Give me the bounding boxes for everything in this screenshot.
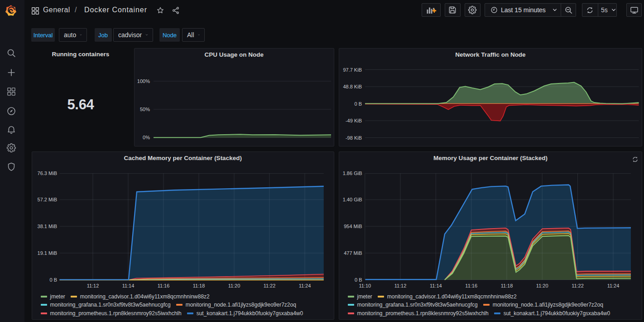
svg-text:11:14: 11:14 xyxy=(122,283,135,288)
svg-text:954 MiB: 954 MiB xyxy=(344,224,362,229)
svg-text:11:24: 11:24 xyxy=(299,283,311,288)
svg-text:11:22: 11:22 xyxy=(572,283,584,288)
svg-text:38.1 MiB: 38.1 MiB xyxy=(38,224,57,229)
svg-text:11:12: 11:12 xyxy=(394,283,407,288)
svg-text:0 B: 0 B xyxy=(355,277,362,283)
svg-text:11:12: 11:12 xyxy=(87,283,99,288)
svg-text:1.86 GiB: 1.86 GiB xyxy=(343,171,362,176)
svg-text:-49 KiB: -49 KiB xyxy=(346,118,362,123)
svg-text:0 B: 0 B xyxy=(49,277,57,283)
svg-text:11:24: 11:24 xyxy=(607,283,620,288)
svg-text:11:20: 11:20 xyxy=(536,283,548,288)
svg-text:19.1 MiB: 19.1 MiB xyxy=(38,250,57,256)
svg-text:48.8 KiB: 48.8 KiB xyxy=(343,84,362,89)
svg-text:477 MiB: 477 MiB xyxy=(344,250,362,256)
svg-text:76.3 MiB: 76.3 MiB xyxy=(38,171,57,176)
svg-text:11:18: 11:18 xyxy=(193,283,205,288)
svg-text:100%: 100% xyxy=(137,78,150,84)
svg-text:11:10: 11:10 xyxy=(359,283,371,288)
svg-text:11:14: 11:14 xyxy=(430,283,442,288)
svg-text:11:18: 11:18 xyxy=(501,283,513,288)
svg-text:50%: 50% xyxy=(140,107,150,112)
svg-text:11:22: 11:22 xyxy=(264,283,276,288)
svg-text:0 B: 0 B xyxy=(354,101,362,107)
svg-text:57.2 MiB: 57.2 MiB xyxy=(38,197,57,202)
svg-text:11:20: 11:20 xyxy=(228,283,240,288)
svg-text:-98 KiB: -98 KiB xyxy=(346,135,362,141)
svg-text:97.7 KiB: 97.7 KiB xyxy=(343,67,362,73)
svg-text:11:16: 11:16 xyxy=(158,283,170,288)
svg-text:1.40 GiB: 1.40 GiB xyxy=(343,197,362,202)
svg-text:11:16: 11:16 xyxy=(465,283,477,288)
svg-text:0%: 0% xyxy=(143,135,150,140)
